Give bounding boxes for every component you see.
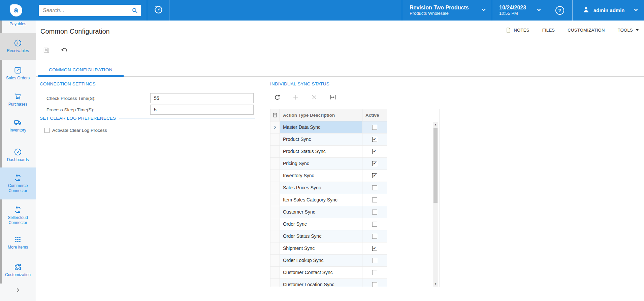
sidebar-expand-button[interactable]: [0, 288, 36, 294]
add-row-button[interactable]: [292, 93, 299, 101]
sidebar-item-receivables[interactable]: Receivables: [0, 33, 36, 60]
table-row[interactable]: Order Status Sync: [270, 230, 439, 242]
scroll-down-arrow[interactable]: ▼: [433, 281, 438, 287]
table-row[interactable]: Order Lookup Sync: [270, 255, 439, 267]
business-date-selector[interactable]: 10/24/2023 10:55 PM: [492, 0, 547, 21]
active-checkbox[interactable]: ✓: [372, 161, 377, 166]
row-selector-cell[interactable]: [270, 242, 280, 255]
action-type-description-cell[interactable]: Order Lookup Sync: [280, 255, 362, 267]
active-checkbox[interactable]: [372, 234, 377, 239]
action-type-description-cell[interactable]: Pricing Sync: [280, 158, 362, 170]
process-sleep-time-input[interactable]: [150, 105, 254, 115]
row-selector-cell[interactable]: [270, 170, 280, 182]
sidebar-item-payables[interactable]: Payables: [0, 21, 36, 27]
table-row[interactable]: Master Data Sync: [270, 121, 439, 134]
sidebar-item-inventory[interactable]: Inventory: [0, 118, 36, 133]
action-type-description-cell[interactable]: Item Sales Category Sync: [280, 194, 362, 206]
active-cell[interactable]: [362, 230, 387, 242]
table-row[interactable]: Sales Prices Sync: [270, 182, 439, 194]
sidebar-item-purchases[interactable]: Purchases: [0, 92, 36, 107]
active-cell[interactable]: ✓: [362, 134, 387, 146]
table-row[interactable]: Customer Sync: [270, 206, 439, 218]
row-selector-cell[interactable]: [270, 146, 280, 158]
active-cell[interactable]: [362, 182, 387, 194]
table-row[interactable]: Order Sync: [270, 218, 439, 230]
table-row[interactable]: Inventory Sync✓: [270, 170, 439, 182]
sidebar-item-customization[interactable]: Customization: [0, 263, 36, 277]
row-selector-cell[interactable]: [270, 230, 280, 242]
sidebar-item-dashboards[interactable]: Dashboards: [0, 148, 36, 162]
logo-section[interactable]: a: [0, 0, 32, 21]
table-row[interactable]: Customer Location Sync: [270, 279, 439, 287]
row-selector-cell[interactable]: [270, 279, 280, 287]
delete-row-button[interactable]: [311, 93, 318, 101]
notes-button[interactable]: NOTES: [506, 27, 529, 33]
fit-width-button[interactable]: [329, 93, 336, 101]
row-selector-cell[interactable]: [270, 255, 280, 267]
active-cell[interactable]: [362, 279, 387, 287]
active-checkbox[interactable]: [372, 185, 377, 190]
sidebar-item-more-items[interactable]: More Items: [0, 235, 36, 250]
active-checkbox[interactable]: [372, 125, 377, 130]
row-selector-cell[interactable]: [270, 218, 280, 230]
active-checkbox[interactable]: [372, 258, 377, 263]
active-cell[interactable]: ✓: [362, 242, 387, 255]
sidebar-item-sales-orders[interactable]: Sales Orders: [0, 66, 36, 81]
table-row[interactable]: Customer Contact Sync: [270, 267, 439, 279]
row-selector-cell[interactable]: [270, 158, 280, 170]
active-cell[interactable]: [362, 194, 387, 206]
action-type-description-cell[interactable]: Shipment Sync: [280, 242, 362, 255]
column-header-description[interactable]: Action Type Description: [280, 109, 362, 121]
search-icon[interactable]: [131, 7, 138, 15]
customization-button[interactable]: CUSTOMIZATION: [568, 28, 605, 33]
scroll-thumb[interactable]: [433, 128, 438, 203]
active-checkbox[interactable]: ✓: [372, 137, 377, 142]
action-type-description-cell[interactable]: Order Sync: [280, 218, 362, 230]
help-button[interactable]: ?: [547, 0, 573, 21]
active-cell[interactable]: [362, 121, 387, 134]
action-type-description-cell[interactable]: Customer Location Sync: [280, 279, 362, 287]
action-type-description-cell[interactable]: Sales Prices Sync: [280, 182, 362, 194]
active-cell[interactable]: [362, 206, 387, 218]
row-selector-cell[interactable]: [270, 121, 280, 134]
check-process-time-input[interactable]: [150, 93, 254, 103]
table-row[interactable]: Product Sync✓: [270, 134, 439, 146]
undo-button[interactable]: [61, 46, 68, 54]
active-checkbox[interactable]: [372, 210, 377, 215]
action-type-description-cell[interactable]: Product Status Sync: [280, 146, 362, 158]
row-selector-cell[interactable]: [270, 182, 280, 194]
action-type-description-cell[interactable]: Order Status Sync: [280, 230, 362, 242]
row-selector-cell[interactable]: [270, 134, 280, 146]
tools-menu-button[interactable]: TOOLS: [618, 28, 639, 33]
table-row[interactable]: Shipment Sync✓: [270, 242, 439, 255]
active-checkbox[interactable]: [372, 222, 377, 227]
files-button[interactable]: FILES: [542, 28, 555, 33]
table-row[interactable]: Item Sales Category Sync: [270, 194, 439, 206]
action-type-description-cell[interactable]: Customer Contact Sync: [280, 267, 362, 279]
row-selector-cell[interactable]: [270, 206, 280, 218]
active-checkbox[interactable]: [372, 197, 377, 202]
tenant-selector[interactable]: Revision Two Products Products Wholesale: [402, 0, 492, 21]
table-row[interactable]: Product Status Sync✓: [270, 146, 439, 158]
search-box[interactable]: [39, 5, 141, 16]
action-type-description-cell[interactable]: Inventory Sync: [280, 170, 362, 182]
active-cell[interactable]: ✓: [362, 146, 387, 158]
business-date-section[interactable]: [147, 0, 169, 21]
action-type-description-cell[interactable]: Customer Sync: [280, 206, 362, 218]
grid-vertical-scrollbar[interactable]: ▲ ▼: [433, 122, 438, 287]
scroll-up-arrow[interactable]: ▲: [433, 122, 438, 127]
refresh-button[interactable]: [273, 93, 281, 101]
active-cell[interactable]: ✓: [362, 170, 387, 182]
tab-common-configuration[interactable]: COMMON CONFIGURATION: [38, 65, 124, 77]
active-cell[interactable]: [362, 255, 387, 267]
active-cell[interactable]: [362, 267, 387, 279]
row-settings-header-cell[interactable]: [270, 109, 280, 121]
save-button[interactable]: [42, 46, 50, 54]
action-type-description-cell[interactable]: Product Sync: [280, 134, 362, 146]
action-type-description-cell[interactable]: Master Data Sync: [280, 121, 362, 134]
activate-clear-log-checkbox[interactable]: [44, 128, 50, 133]
active-checkbox[interactable]: ✓: [372, 246, 377, 251]
sidebar-item-sellercloud-connector[interactable]: Sellercloud Connector: [0, 205, 36, 225]
active-checkbox[interactable]: [372, 270, 377, 275]
table-row[interactable]: Pricing Sync✓: [270, 158, 439, 170]
